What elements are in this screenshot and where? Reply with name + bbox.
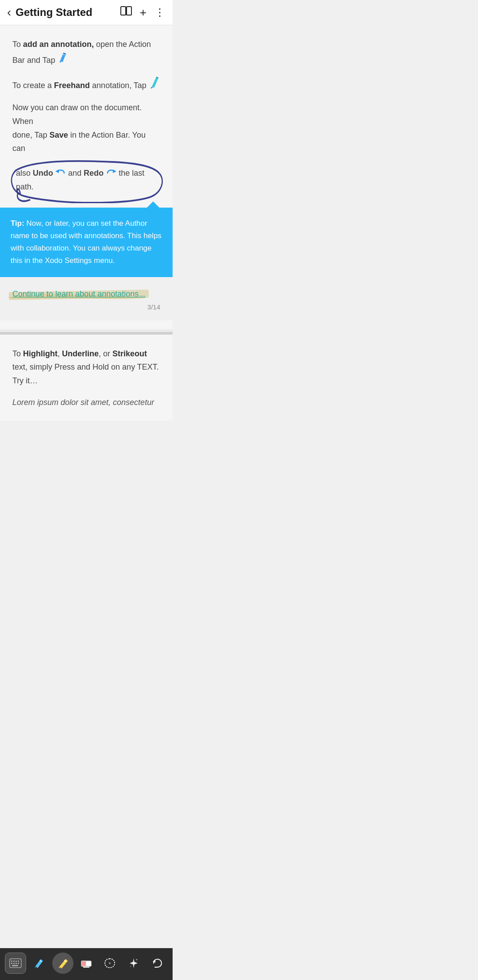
paragraph-freehand: To create a Freehand annotation, Tap: [12, 76, 160, 93]
para3-line1: Now you can draw on the document. When: [12, 103, 142, 126]
header: ‹ Getting Started + ⋮: [0, 0, 173, 25]
paragraph-draw: Now you can draw on the document. When d…: [12, 101, 160, 155]
continue-area: Continue to learn about annotations... 3…: [0, 277, 173, 320]
comma2: , or: [99, 349, 112, 358]
para2-prefix: To create a: [12, 81, 54, 90]
svg-marker-4: [55, 170, 59, 173]
book-icon[interactable]: [120, 6, 132, 19]
pencil-annotation-icon: [55, 50, 71, 69]
header-icons: + ⋮: [120, 6, 166, 19]
undo-arrow-icon: [55, 165, 66, 180]
tip-bold: Tip:: [11, 219, 24, 228]
undo-redo-container: also Undo and Redo the last path.: [12, 163, 160, 196]
strikeout-bold: Strikeout: [112, 349, 147, 358]
more-options-icon[interactable]: ⋮: [154, 6, 166, 19]
para3-save: Save: [50, 131, 68, 139]
doc-page-2: To Highlight, Underline, or Strikeout te…: [0, 335, 173, 421]
undo-redo-text: also Undo and Redo the last path.: [12, 163, 160, 196]
tip-box: Tip: Now, or later, you can set the Auth…: [0, 208, 173, 277]
underline-bold: Underline: [62, 349, 99, 358]
paragraph-add-annotation: To add an annotation, open the Action Ba…: [12, 38, 160, 68]
page-indicator: 3/14: [12, 303, 160, 314]
para1-prefix: To: [12, 40, 23, 49]
para2-bold: Freehand: [54, 81, 90, 90]
continue-highlight: Continue to learn about annotations...: [12, 289, 145, 299]
page-title: Getting Started: [15, 6, 120, 19]
para3-line2-prefix: done, Tap: [12, 131, 50, 139]
para-highlight-prefix: To: [12, 349, 23, 358]
redo-bold: Redo: [84, 169, 104, 177]
undo-bold: Undo: [33, 169, 53, 177]
lorem-text: Lorem ipsum dolor sit amet, consectetur: [12, 398, 160, 407]
svg-marker-5: [113, 170, 116, 173]
para-highlight-suffix: text, simply Press and Hold on any TEXT.…: [12, 363, 159, 385]
back-button[interactable]: ‹: [7, 5, 11, 19]
comma1: ,: [58, 349, 62, 358]
redo-arrow-icon: [106, 165, 116, 180]
continue-link[interactable]: Continue to learn about annotations...: [12, 289, 145, 298]
para2-suffix: annotation, Tap: [90, 81, 149, 90]
doc-page-1: To add an annotation, open the Action Ba…: [0, 25, 173, 329]
tip-text: Tip: Now, or later, you can set the Auth…: [11, 217, 162, 267]
svg-rect-0: [121, 7, 126, 15]
tip-body: Now, or later, you can set the Author na…: [11, 219, 162, 265]
pen-freehand-icon: [147, 75, 162, 94]
para1-bold: add an annotation,: [23, 40, 94, 49]
document-pages: To add an annotation, open the Action Ba…: [0, 25, 173, 421]
svg-rect-1: [127, 7, 131, 15]
undo-redo-prefix: also: [16, 169, 33, 177]
paragraph-highlight: To Highlight, Underline, or Strikeout te…: [12, 347, 160, 388]
add-button[interactable]: +: [140, 6, 146, 19]
highlight-bold: Highlight: [23, 349, 58, 358]
undo-redo-middle: and: [68, 169, 84, 177]
